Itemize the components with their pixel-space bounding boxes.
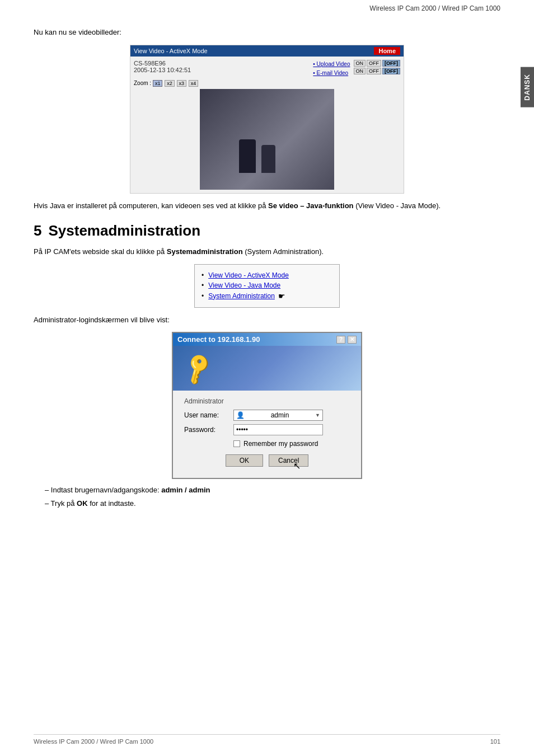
intro-text: Nu kan nu se videobilleder: bbox=[34, 27, 500, 38]
instr-bold-1: admin / admin bbox=[161, 486, 210, 494]
instr-text-2: Tryk på bbox=[51, 499, 77, 508]
menu-item-activex: • View Video - ActiveX Mode bbox=[202, 271, 332, 279]
zoom-x4[interactable]: x4 bbox=[189, 80, 199, 87]
footer-left: Wireless IP Cam 2000 / Wired IP Cam 1000 bbox=[34, 738, 153, 745]
password-row: Password: ••••• bbox=[184, 424, 350, 435]
login-title: Connect to 192.168.1.90 bbox=[177, 335, 260, 344]
user-icon: 👤 bbox=[236, 411, 245, 419]
close-button[interactable]: ✕ bbox=[348, 336, 357, 344]
instr-text-3: for at indtaste. bbox=[90, 499, 135, 508]
upload-email-section: • Upload Video • E-mail Video ON OFF [OF… bbox=[313, 60, 400, 78]
instructions-list: – Indtast brugernavn/adgangskode: admin … bbox=[45, 485, 500, 509]
dash-1: – bbox=[45, 486, 51, 494]
password-value: ••••• bbox=[236, 426, 248, 434]
product-name-header: Wireless IP Cam 2000 / Wired IP Cam 1000 bbox=[369, 4, 500, 12]
help-button[interactable]: ? bbox=[336, 336, 345, 344]
side-tab-dansk: DANSK bbox=[521, 67, 534, 107]
java-text-2: (View Video - Java Mode). bbox=[354, 201, 441, 210]
section-number: 5 bbox=[34, 222, 41, 240]
admin-label: Administrator bbox=[184, 397, 350, 405]
upload-email-links: • Upload Video • E-mail Video bbox=[313, 60, 350, 78]
video-preview bbox=[200, 89, 334, 190]
password-input[interactable]: ••••• bbox=[233, 424, 323, 435]
dash-2: – bbox=[45, 499, 51, 508]
cancel-button[interactable]: Cancel bbox=[269, 454, 308, 467]
login-title-bar: Connect to 192.168.1.90 ? ✕ bbox=[173, 333, 361, 346]
sys-admin-text-1: På IP CAM'ets webside skal du klikke på bbox=[34, 247, 167, 256]
remember-checkbox[interactable] bbox=[233, 440, 240, 447]
email-video-link[interactable]: • E-mail Video bbox=[313, 69, 350, 78]
camera-timestamp: 2005-12-13 10:42:51 bbox=[134, 67, 191, 73]
java-bold: Se video – Java-funktion bbox=[268, 201, 353, 210]
bullet-3: • bbox=[202, 292, 204, 300]
camera-info: CS-598E96 2005-12-13 10:42:51 bbox=[134, 60, 191, 73]
cursor-hand-icon: ☛ bbox=[278, 292, 285, 300]
remember-row: Remember my password bbox=[233, 440, 350, 448]
menu-item-java: • View Video - Java Mode bbox=[202, 281, 332, 289]
on-btn-2[interactable]: ON bbox=[354, 68, 366, 74]
off-btn-1[interactable]: OFF bbox=[367, 60, 381, 67]
screenshot-top-row: CS-598E96 2005-12-13 10:42:51 • Upload V… bbox=[134, 60, 400, 78]
menu-link-java[interactable]: View Video - Java Mode bbox=[208, 281, 280, 289]
login-key-area: 🔑 bbox=[173, 346, 361, 391]
screenshot-title: View Video - ActiveX Mode bbox=[134, 48, 208, 54]
java-paragraph: Hvis Java er installeret på computeren, … bbox=[34, 200, 500, 212]
silhouette-1 bbox=[239, 139, 256, 173]
cursor-arrow-icon: ↖ bbox=[293, 461, 301, 471]
login-buttons-row: OK Cancel ↖ bbox=[184, 454, 350, 467]
section-heading: 5 Systemadministration bbox=[34, 222, 500, 240]
silhouette-2 bbox=[261, 145, 275, 173]
screenshot-title-bar: View Video - ActiveX Mode Home bbox=[130, 45, 404, 57]
off-sel-btn-1[interactable]: [OFF] bbox=[382, 60, 400, 67]
instruction-2: – Tryk på OK for at indtaste. bbox=[45, 498, 500, 509]
username-row: User name: 👤 admin ▼ bbox=[184, 410, 350, 421]
username-value: admin bbox=[271, 411, 289, 419]
top-header: Wireless IP Cam 2000 / Wired IP Cam 1000 bbox=[0, 0, 534, 15]
screenshot-body: CS-598E96 2005-12-13 10:42:51 • Upload V… bbox=[130, 57, 404, 193]
username-label: User name: bbox=[184, 411, 229, 419]
login-form: Administrator User name: 👤 admin ▼ Passw… bbox=[173, 391, 361, 478]
title-bar-buttons: ? ✕ bbox=[336, 336, 357, 344]
on-off-row-2: ON OFF [OFF] bbox=[354, 68, 401, 74]
off-btn-2[interactable]: OFF bbox=[367, 68, 381, 74]
menu-link-sysadmin[interactable]: System Administration bbox=[208, 292, 275, 300]
remember-label: Remember my password bbox=[243, 440, 318, 448]
footer: Wireless IP Cam 2000 / Wired IP Cam 1000… bbox=[34, 734, 500, 745]
upload-video-link[interactable]: • Upload Video bbox=[313, 60, 350, 69]
on-off-buttons: ON OFF [OFF] ON OFF [OFF] bbox=[354, 60, 401, 74]
on-off-row-1: ON OFF [OFF] bbox=[354, 60, 401, 67]
menu-item-sysadmin: • System Administration ☛ bbox=[202, 292, 332, 300]
home-button[interactable]: Home bbox=[374, 47, 400, 55]
username-dropdown[interactable]: 👤 admin ▼ bbox=[233, 410, 323, 421]
activex-screenshot: View Video - ActiveX Mode Home CS-598E96… bbox=[130, 45, 404, 194]
zoom-x2[interactable]: x2 bbox=[165, 80, 175, 87]
instr-bold-2: OK bbox=[77, 499, 88, 508]
zoom-label: Zoom : bbox=[134, 80, 151, 86]
zoom-x3[interactable]: x3 bbox=[177, 80, 187, 87]
on-btn-1[interactable]: ON bbox=[354, 60, 366, 67]
password-label: Password: bbox=[184, 426, 229, 434]
footer-right: 101 bbox=[490, 738, 500, 745]
zoom-x1[interactable]: x1 bbox=[153, 80, 163, 87]
bullet-1: • bbox=[202, 271, 204, 279]
login-screen-label: Administrator-logindskærmen vil blive vi… bbox=[34, 314, 500, 326]
section-title: Systemadministration bbox=[48, 222, 200, 240]
dropdown-arrow-icon: ▼ bbox=[315, 412, 320, 418]
camera-id: CS-598E96 bbox=[134, 60, 191, 67]
bullet-2: • bbox=[202, 281, 204, 289]
off-sel-btn-2[interactable]: [OFF] bbox=[382, 68, 400, 74]
login-dialog: Connect to 192.168.1.90 ? ✕ 🔑 Administra… bbox=[172, 332, 362, 479]
ok-button[interactable]: OK bbox=[226, 454, 263, 467]
sys-admin-bold: Systemadministration bbox=[167, 247, 243, 256]
menu-link-activex[interactable]: View Video - ActiveX Mode bbox=[208, 271, 289, 279]
sys-admin-text-2: (System Administration). bbox=[243, 247, 324, 256]
instr-text-1: Indtast brugernavn/adgangskode: bbox=[51, 486, 161, 494]
key-icon: 🔑 bbox=[180, 350, 217, 387]
system-admin-paragraph: På IP CAM'ets webside skal du klikke på … bbox=[34, 246, 500, 257]
zoom-row: Zoom : x1 x2 x3 x4 bbox=[134, 80, 400, 87]
main-content: Nu kan nu se videobilleder: View Video -… bbox=[0, 15, 534, 531]
instruction-1: – Indtast brugernavn/adgangskode: admin … bbox=[45, 485, 500, 496]
java-text-1: Hvis Java er installeret på computeren, … bbox=[34, 201, 268, 210]
menu-screenshot: • View Video - ActiveX Mode • View Video… bbox=[194, 264, 340, 308]
